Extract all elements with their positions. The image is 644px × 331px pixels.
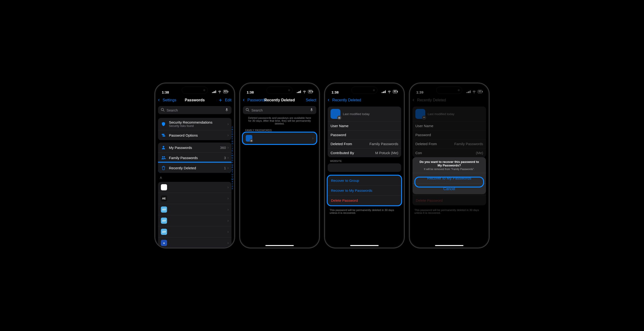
sheet-cancel-button[interactable]: Cancel (412, 184, 486, 194)
back-button[interactable]: ‹ Settings (158, 97, 176, 103)
index-letter[interactable]: Y (232, 183, 233, 185)
chevron-right-icon: › (312, 136, 314, 140)
chevron-right-icon: › (228, 219, 229, 223)
svg-point-0 (161, 108, 164, 111)
deleted-password-row[interactable]: › (243, 133, 316, 144)
index-letter[interactable]: E (232, 135, 233, 138)
delete-password-button[interactable]: Delete Password (328, 195, 401, 205)
security-recommendations-row[interactable]: Security Recommendations Security risks … (158, 118, 232, 130)
home-indicator[interactable] (435, 245, 464, 246)
home-indicator[interactable] (265, 245, 294, 246)
index-letter[interactable]: L (232, 152, 233, 154)
password-row: Password (412, 130, 486, 139)
back-button[interactable]: ‹ Passwords (243, 97, 266, 103)
wifi-icon (387, 89, 392, 94)
wifi-icon (472, 89, 476, 94)
family-passwords-row[interactable]: Family Passwords 3› (158, 152, 232, 163)
chevron-right-icon: › (228, 122, 229, 126)
website-row[interactable] (328, 163, 401, 172)
recover-to-my-passwords-button[interactable]: Recover to My Passwords (328, 185, 401, 195)
password-row[interactable]: Aff› (158, 204, 232, 215)
index-letter[interactable]: G (232, 140, 233, 143)
index-letter[interactable]: U (232, 173, 234, 176)
index-letter[interactable]: Q (232, 164, 233, 166)
recdel-label: Recently Deleted (169, 166, 196, 170)
index-letter[interactable]: M (232, 154, 234, 157)
index-letter[interactable]: J (232, 147, 233, 150)
deletion-footnote: This password will be permanently delete… (410, 207, 489, 216)
last-modified: Last modified today (343, 112, 370, 116)
mic-icon[interactable] (224, 107, 229, 113)
app-icon (330, 109, 340, 119)
wifi-icon (217, 89, 222, 94)
password-row[interactable]: a› (158, 237, 232, 248)
status-time: 1:39 (416, 90, 424, 94)
username-row: User Name (412, 121, 486, 130)
deletion-note: Deleted passwords and passkeys are avail… (240, 116, 319, 126)
index-letter[interactable]: T (232, 171, 233, 173)
index-letter[interactable]: B (232, 128, 233, 131)
search-field[interactable]: Search (158, 106, 232, 114)
back-button: ‹ Recently Deleted (412, 97, 446, 103)
home-indicator[interactable] (350, 245, 379, 246)
add-button[interactable]: + (219, 97, 222, 103)
screen-passwords-list: 1:38 63 ‹ Settings Passwords + Edit Sear… (154, 83, 235, 248)
password-row[interactable]: › (158, 182, 232, 193)
search-icon (160, 107, 165, 113)
my-passwords-row[interactable]: My Passwords 360› (158, 143, 232, 152)
index-letter[interactable]: # (232, 188, 233, 190)
contributed-by-row: Contributed ByM Potuck (Me) (328, 148, 401, 157)
index-letter[interactable]: P (232, 161, 233, 164)
sheet-recover-button[interactable]: Recover to My Passwords (412, 173, 486, 184)
group-header: FAMILY PASSWORDS (240, 126, 319, 133)
index-letter[interactable]: H (232, 143, 234, 145)
username-row[interactable]: User Name (328, 121, 401, 130)
index-letter[interactable]: W (232, 178, 234, 180)
index-letter[interactable]: A (232, 126, 233, 128)
deleted-from-row: Deleted FromFamily Passwords (328, 139, 401, 148)
select-button[interactable]: Select (306, 98, 316, 102)
svg-point-16 (424, 117, 425, 118)
index-letter[interactable]: F (232, 138, 233, 140)
chevron-right-icon: › (228, 196, 229, 201)
index-letter[interactable]: V (232, 176, 233, 178)
password-list: ›AE›Aff›Aff›Aff›a› (158, 182, 232, 248)
svg-rect-4 (162, 135, 166, 137)
index-letter[interactable]: O (232, 159, 233, 161)
recdel-count: 1 (224, 166, 226, 170)
index-letter[interactable]: Z (232, 185, 233, 188)
trash-icon (161, 165, 166, 170)
password-row[interactable]: Aff› (158, 215, 232, 226)
password-row[interactable]: Aff› (158, 226, 232, 237)
index-letter[interactable]: X (232, 180, 233, 183)
password-options-row[interactable]: Password Options › (158, 130, 232, 140)
index-letter[interactable]: N (232, 157, 234, 159)
password-row[interactable]: Password (328, 130, 401, 139)
password-row[interactable]: AE› (158, 193, 232, 204)
index-letter[interactable]: D (232, 133, 234, 135)
fampw-label: Family Passwords (169, 156, 198, 160)
screen-deleted-detail: 1:38 63 ‹ Recently Deleted Last modified… (324, 83, 405, 248)
shared-badge-icon (250, 139, 253, 142)
alphabet-index[interactable]: ABCDEFGHIJKLMNOPQRSTUVWXYZ# (232, 126, 234, 190)
last-modified: Last modified today (428, 112, 454, 116)
index-letter[interactable]: R (232, 166, 234, 169)
edit-button[interactable]: Edit (225, 98, 232, 102)
mic-icon[interactable] (309, 107, 314, 113)
section-header-a: A (155, 175, 234, 180)
svg-point-11 (251, 140, 252, 141)
recover-to-group-button[interactable]: Recover to Group (328, 176, 401, 185)
recently-deleted-row[interactable]: Recently Deleted 1› (158, 163, 232, 173)
app-icon: AE (161, 195, 167, 202)
back-button[interactable]: ‹ Recently Deleted (328, 97, 361, 103)
index-letter[interactable]: C (232, 131, 234, 133)
index-letter[interactable]: I (232, 145, 233, 147)
app-icon: Aff (161, 206, 167, 213)
battery-icon: 63 (393, 90, 397, 93)
svg-point-6 (162, 156, 163, 157)
website-header: WEBSITE (325, 157, 404, 163)
svg-point-15 (424, 117, 424, 118)
search-field[interactable]: Search (243, 106, 316, 114)
index-letter[interactable]: S (232, 169, 233, 171)
index-letter[interactable]: K (232, 150, 233, 152)
